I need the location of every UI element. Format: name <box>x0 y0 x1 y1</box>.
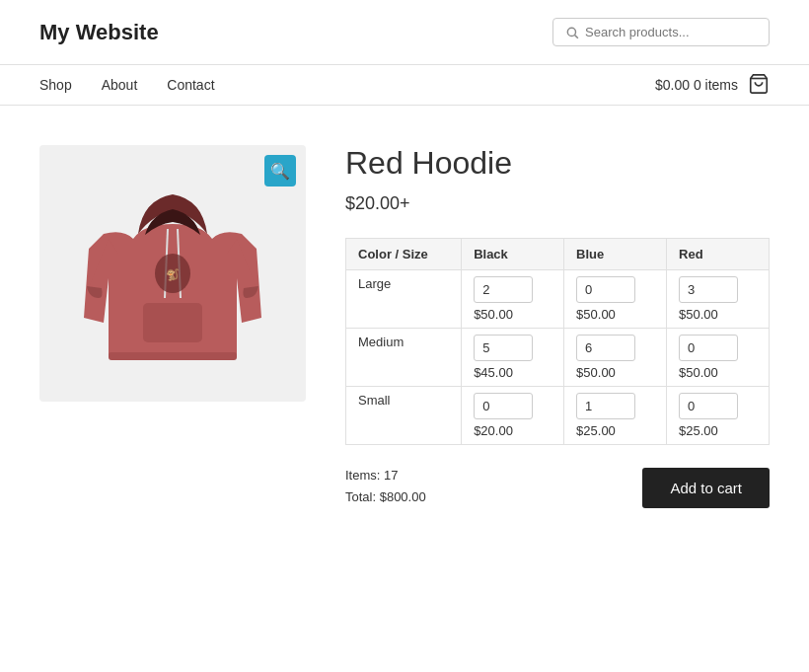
qty-input-small-1[interactable] <box>576 393 635 419</box>
cart-icon <box>748 73 770 95</box>
cell-large-0: $50.00 <box>462 270 564 329</box>
product-details: Red Hoodie $20.00+ Color / Size Black Bl… <box>345 145 770 508</box>
product-price: $20.00+ <box>345 193 770 214</box>
nav-shop[interactable]: Shop <box>39 65 72 105</box>
nav-about[interactable]: About <box>102 65 138 105</box>
col-header-blue: Blue <box>564 239 667 270</box>
zoom-icon: 🔍 <box>270 162 290 181</box>
svg-point-0 <box>567 28 575 36</box>
search-icon <box>565 26 579 39</box>
search-bar[interactable] <box>552 18 770 46</box>
price-medium-1: $50.00 <box>576 365 654 380</box>
cell-medium-2: $50.00 <box>667 329 770 387</box>
product-image: 🐒 <box>74 160 271 387</box>
price-large-2: $50.00 <box>679 307 757 322</box>
row-label-large: Large <box>346 270 462 329</box>
price-large-1: $50.00 <box>576 307 654 322</box>
items-count: Items: 17 <box>345 465 426 486</box>
site-title: My Website <box>39 20 159 45</box>
nav-contact[interactable]: Contact <box>167 65 214 105</box>
nav-bar: Shop About Contact $0.00 0 items <box>0 64 809 106</box>
product-image-wrap: 🐒 🔍 <box>39 145 306 402</box>
qty-input-small-2[interactable] <box>679 393 738 419</box>
price-medium-0: $45.00 <box>474 365 552 380</box>
cell-small-1: $25.00 <box>564 387 667 445</box>
row-label-small: Small <box>346 387 462 445</box>
qty-input-medium-2[interactable] <box>679 335 738 361</box>
cart-icon-button[interactable] <box>748 73 770 98</box>
price-small-1: $25.00 <box>576 423 654 438</box>
cell-large-1: $50.00 <box>564 270 667 329</box>
cell-small-0: $20.00 <box>462 387 564 445</box>
col-header-black: Black <box>462 239 564 270</box>
qty-input-large-0[interactable] <box>474 276 533 303</box>
product-name: Red Hoodie <box>345 145 770 182</box>
header: My Website <box>0 0 809 64</box>
zoom-button[interactable]: 🔍 <box>264 155 296 187</box>
nav-links: Shop About Contact <box>39 65 215 105</box>
variants-table: Color / Size Black Blue Red Large$50.00$… <box>345 238 770 445</box>
qty-input-medium-1[interactable] <box>576 335 635 361</box>
col-header-size: Color / Size <box>346 239 462 270</box>
svg-rect-5 <box>143 303 202 342</box>
row-label-medium: Medium <box>346 329 462 387</box>
price-medium-2: $50.00 <box>679 365 757 380</box>
price-large-0: $50.00 <box>474 307 552 322</box>
col-header-red: Red <box>667 239 770 270</box>
cart-total: $0.00 0 items <box>655 77 738 93</box>
cell-medium-0: $45.00 <box>462 329 564 387</box>
svg-text:🐒: 🐒 <box>166 267 180 281</box>
cell-small-2: $25.00 <box>667 387 770 445</box>
summary-row: Items: 17 Total: $800.00 Add to cart <box>345 465 770 508</box>
summary-text: Items: 17 Total: $800.00 <box>345 465 426 508</box>
qty-input-small-0[interactable] <box>474 393 533 419</box>
product-section: 🐒 🔍 Red Hoodie $20.00+ <box>0 106 809 548</box>
qty-input-large-1[interactable] <box>576 276 635 303</box>
price-small-2: $25.00 <box>679 423 757 438</box>
qty-input-large-2[interactable] <box>679 276 738 303</box>
search-input[interactable] <box>585 25 757 39</box>
cart-area: $0.00 0 items <box>655 73 770 98</box>
total-price: Total: $800.00 <box>345 486 426 508</box>
qty-input-medium-0[interactable] <box>474 335 533 361</box>
price-small-0: $20.00 <box>474 423 552 438</box>
svg-line-1 <box>575 35 578 37</box>
cell-medium-1: $50.00 <box>564 329 667 387</box>
svg-rect-8 <box>109 352 237 360</box>
cell-large-2: $50.00 <box>667 270 770 329</box>
add-to-cart-button[interactable]: Add to cart <box>642 468 770 508</box>
